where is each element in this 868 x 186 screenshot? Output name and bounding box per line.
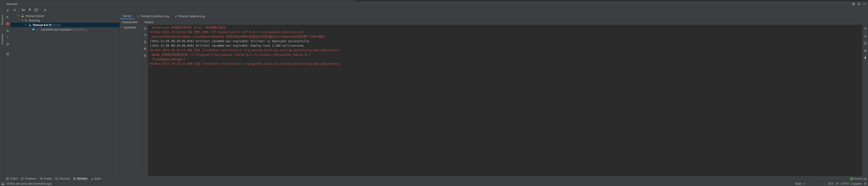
tree-node-tomcat-server[interactable]: ▾ Tomcat Server (11, 14, 119, 18)
separator (40, 8, 41, 12)
tab-server[interactable]: Server (120, 13, 135, 19)
panel-title: Services (6, 2, 18, 6)
console-line: [2021-11-04 08:18:08,858] Artifact JavaW… (150, 44, 355, 48)
debug-button[interactable] (5, 28, 10, 33)
soft-wrap-icon[interactable] (143, 33, 148, 37)
play-icon: ▸ (176, 15, 177, 18)
console-line: .SessionIdGeneratorBase.createSecureRand… (150, 34, 355, 39)
output-tabs: Server ▸ Tomcat Localhost Log ▸ Tomcat C… (120, 13, 355, 20)
deployment-item[interactable]: ✓ JavaWeb (120, 25, 142, 30)
left-sidebar: Structure Favorites (0, 1, 4, 76)
deployment-column: ✓ JavaWeb (120, 25, 142, 76)
artifact-icon (32, 28, 35, 31)
svg-point-4 (7, 30, 8, 32)
rerun-button[interactable] (5, 8, 10, 13)
separator (19, 8, 19, 12)
console-line: .71\webapps\manager] (150, 57, 355, 61)
tree-label: Running (29, 19, 40, 22)
tree-node-artifact[interactable]: ✓ JavaWeb:war exploded [Republish] (11, 27, 119, 32)
scroll-to-end-icon[interactable] (143, 39, 148, 44)
tree-node-running[interactable]: ▾ Running (11, 18, 119, 23)
tab-catalina-log[interactable]: ▸ Tomcat Catalina Log (173, 13, 209, 19)
chevron-down-icon[interactable]: ▾ (24, 24, 27, 26)
sub-header: Deployment Output (120, 20, 355, 25)
tools-button[interactable] (5, 42, 10, 47)
check-icon: ✓ (36, 28, 40, 31)
add-icon[interactable] (42, 7, 48, 12)
svg-rect-6 (22, 10, 23, 11)
play-icon: ▸ (138, 15, 139, 18)
filter-icon[interactable] (27, 7, 32, 12)
left-tool-column (4, 7, 11, 76)
sidebar-tab-structure[interactable]: Structure (1, 15, 4, 25)
tree-label: JavaWeb:war exploded (41, 28, 71, 31)
refresh-button[interactable] (5, 52, 10, 57)
clear-icon[interactable] (143, 53, 148, 58)
svg-rect-16 (145, 49, 146, 50)
chevron-down-icon[interactable]: ▾ (21, 19, 24, 22)
stop-button[interactable] (5, 21, 10, 26)
svg-rect-7 (24, 9, 25, 10)
check-icon: ✓ (121, 26, 123, 29)
svg-rect-17 (145, 55, 146, 56)
server-tree[interactable]: ▾ Tomcat Server ▾ Running (11, 13, 119, 76)
console-line: [2021-11-04 08:18:08,858] Artifact JavaW… (150, 39, 355, 44)
deployment-header: Deployment (120, 20, 142, 25)
svg-rect-3 (6, 23, 9, 25)
tomcat-icon (21, 14, 24, 18)
tree-suffix: [Republish] (72, 28, 87, 31)
panel-header: Services (4, 1, 355, 7)
tree-toolbar (11, 7, 355, 13)
svg-rect-5 (22, 9, 23, 10)
tab-label: Tomcat Localhost Log (141, 15, 169, 18)
group-by-icon[interactable] (21, 7, 26, 12)
play-icon (24, 19, 28, 22)
svg-rect-15 (145, 48, 146, 48)
console-line: 04-Nov-2021 20:18:17.309 信息 [localhost-s… (150, 48, 355, 53)
tab-localhost-log[interactable]: ▸ Tomcat Localhost Log (135, 13, 172, 19)
console-line: .setVersion 未知版本字符串 [4.0]。将使用默认版本。 (150, 25, 355, 30)
chevron-down-icon[interactable]: ▾ (17, 15, 20, 17)
right-pane: Server ▸ Tomcat Localhost Log ▸ Tomcat C… (119, 13, 355, 76)
sidebar-tab-favorites[interactable]: Favorites (1, 34, 4, 44)
update-button[interactable] (5, 35, 10, 40)
console-line: 04-Nov-2021 20:18:08.794 警告 [RMI TCP Con… (150, 30, 355, 34)
scroll-up-icon[interactable] (143, 26, 148, 31)
console-tool-column (142, 25, 148, 76)
svg-point-13 (145, 42, 146, 43)
console-line: 把web 应用程序部署到目录 [C:\Program Files\apache-… (150, 53, 355, 57)
console-line: 04-Nov-2021 20:18:17.408 信息 [localhost-s… (150, 61, 355, 66)
tree-suffix: [local] (53, 23, 60, 27)
print-icon[interactable] (143, 46, 148, 51)
tree-node-server-instance[interactable]: ▾ Tomcat 8.5.71 [local] (11, 23, 119, 27)
layout-icon[interactable] (34, 7, 39, 12)
tree-label: Tomcat 8.5.71 (33, 23, 52, 27)
services-panel: Services (4, 1, 355, 76)
svg-rect-11 (33, 29, 33, 30)
tomcat-icon (28, 23, 32, 27)
output-header: Output (142, 20, 156, 25)
tree-label: Tomcat Server (25, 14, 44, 18)
tab-label: Tomcat Catalina Log (178, 15, 205, 18)
expand-all-icon[interactable] (12, 7, 17, 12)
run-button[interactable] (5, 15, 10, 20)
console-output[interactable]: .setVersion 未知版本字符串 [4.0]。将使用默认版本。04-Nov… (148, 25, 355, 76)
deployment-label: JavaWeb (124, 26, 136, 29)
tab-label: Server (123, 14, 131, 18)
